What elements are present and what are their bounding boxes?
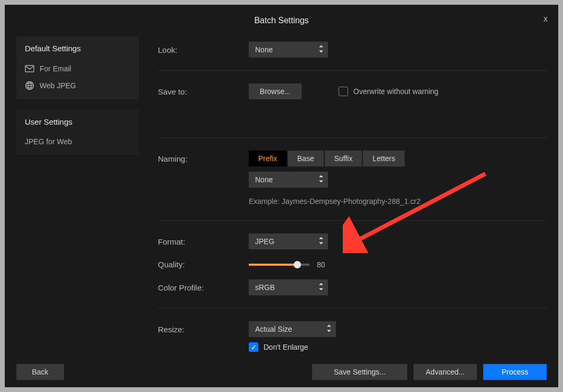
naming-example: Example: Jaymes-Dempsey-Photography-288_… — [249, 193, 420, 208]
user-settings-heading: User Settings — [25, 117, 130, 126]
browse-button[interactable]: Browse... — [249, 83, 302, 99]
back-button[interactable]: Back — [16, 364, 64, 380]
naming-row: Naming: Prefix Base Suffix Letters — [158, 145, 547, 172]
format-label: Format: — [158, 237, 249, 246]
resize-select[interactable]: Actual Size — [249, 321, 336, 337]
sidebar-item-jpeg-for-web[interactable]: JPEG for Web — [25, 134, 130, 150]
overwrite-checkbox[interactable] — [339, 87, 348, 96]
chevron-updown-icon — [318, 175, 324, 184]
quality-slider-thumb[interactable] — [294, 261, 301, 268]
format-row: Format: JPEG — [158, 228, 547, 255]
color-profile-select[interactable]: sRGB — [249, 279, 328, 295]
default-settings-section: Default Settings For Email Web JPEG — [16, 36, 139, 99]
dont-enlarge-checkbox[interactable] — [249, 342, 258, 352]
main-panel: Look: None Save to: Browse... Overwrite … — [139, 36, 547, 357]
quality-row: Quality: 80 — [158, 255, 547, 274]
resize-select-value: Actual Size — [255, 325, 292, 333]
naming-segment: Prefix Base Suffix Letters — [249, 151, 406, 166]
footer: Back Save Settings... Advanced... Proces… — [5, 357, 558, 387]
quality-slider[interactable] — [249, 264, 309, 266]
divider — [158, 308, 547, 309]
naming-tab-letters[interactable]: Letters — [363, 151, 405, 166]
quality-slider-wrap: 80 — [249, 260, 325, 269]
divider — [158, 70, 547, 71]
quality-label: Quality: — [158, 260, 249, 269]
close-button[interactable]: x — [543, 14, 548, 24]
naming-tab-prefix[interactable]: Prefix — [249, 151, 287, 166]
naming-value-row: None — [158, 172, 547, 193]
advanced-button[interactable]: Advanced... — [414, 364, 477, 380]
naming-select-value: None — [255, 175, 273, 184]
overwrite-label: Overwrite without warning — [353, 87, 438, 96]
sidebar-item-web-jpeg[interactable]: Web JPEG — [25, 77, 130, 94]
sidebar-item-for-email[interactable]: For Email — [25, 60, 130, 77]
sidebar-item-label: Web JPEG — [40, 81, 76, 90]
divider — [158, 220, 547, 221]
naming-select[interactable]: None — [249, 172, 328, 188]
footer-right: Save Settings... Advanced... Process — [312, 364, 547, 380]
color-profile-label: Color Profile: — [158, 283, 249, 292]
color-profile-select-value: sRGB — [255, 283, 275, 292]
chevron-updown-icon — [318, 45, 324, 54]
user-settings-section: User Settings JPEG for Web — [16, 110, 139, 155]
sidebar: Default Settings For Email Web JPEG User… — [16, 36, 139, 357]
save-to-row: Save to: Browse... Overwrite without war… — [158, 78, 547, 105]
dont-enlarge-row: Don't Enlarge — [158, 342, 547, 357]
look-row: Look: None — [158, 36, 547, 63]
naming-tab-suffix[interactable]: Suffix — [325, 151, 362, 166]
resize-row: Resize: Actual Size — [158, 316, 547, 342]
chevron-updown-icon — [318, 237, 324, 246]
sidebar-item-label: For Email — [40, 64, 71, 73]
default-settings-heading: Default Settings — [25, 44, 130, 53]
quality-value: 80 — [317, 260, 325, 269]
window-title: Batch Settings — [254, 16, 308, 25]
look-select[interactable]: None — [249, 42, 328, 58]
globe-icon — [25, 81, 34, 90]
look-select-value: None — [255, 45, 273, 54]
chevron-updown-icon — [326, 325, 332, 334]
dont-enlarge-label: Don't Enlarge — [264, 343, 308, 351]
resize-label: Resize: — [158, 325, 249, 334]
save-settings-button[interactable]: Save Settings... — [312, 364, 407, 380]
batch-settings-window: Batch Settings x Default Settings For Em… — [5, 5, 558, 387]
process-button[interactable]: Process — [483, 364, 547, 380]
svg-rect-0 — [25, 66, 34, 72]
example-row: Example: Jaymes-Dempsey-Photography-288_… — [158, 193, 547, 213]
dont-enlarge-checkbox-wrap[interactable]: Don't Enlarge — [249, 342, 308, 352]
format-select-value: JPEG — [255, 237, 275, 246]
body: Default Settings For Email Web JPEG User… — [5, 36, 558, 357]
naming-label: Naming: — [158, 154, 249, 163]
color-profile-row: Color Profile: sRGB — [158, 274, 547, 301]
look-label: Look: — [158, 45, 249, 54]
chevron-updown-icon — [318, 283, 324, 292]
overwrite-checkbox-wrap[interactable]: Overwrite without warning — [339, 87, 438, 96]
envelope-icon — [25, 64, 34, 73]
divider — [158, 137, 547, 138]
naming-tab-base[interactable]: Base — [288, 151, 324, 166]
quality-slider-fill — [249, 264, 297, 266]
format-select[interactable]: JPEG — [249, 234, 328, 249]
titlebar: Batch Settings x — [5, 5, 558, 36]
save-to-label: Save to: — [158, 87, 249, 96]
sidebar-item-label: JPEG for Web — [25, 137, 72, 146]
